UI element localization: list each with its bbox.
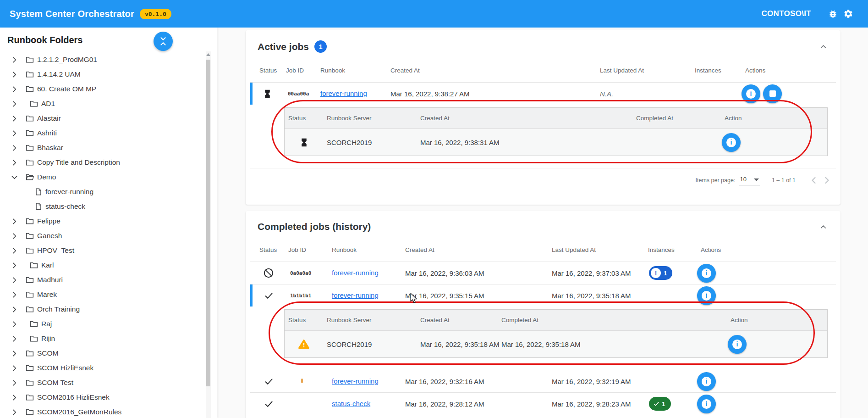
chevron-right-icon[interactable] xyxy=(10,349,19,358)
chevron-right-icon[interactable] xyxy=(10,217,19,226)
tree-item-label: SCOM xyxy=(37,349,59,357)
chevron-right-icon[interactable] xyxy=(10,305,19,314)
chevron-right-icon[interactable] xyxy=(10,246,19,255)
job-row[interactable]: 1b1b1b1forever-runningMar 16, 2022, 9:35… xyxy=(250,284,836,307)
job-details-button[interactable]: i xyxy=(722,133,741,152)
instance-created-at: Mar 16, 2022, 9:38:31 AM xyxy=(417,139,632,146)
chevron-right-icon[interactable] xyxy=(10,334,19,343)
sidebar-folder-raj[interactable]: Raj xyxy=(0,317,217,331)
chevron-right-icon[interactable] xyxy=(10,56,19,64)
status-cell xyxy=(253,268,285,279)
sidebar-folder-scom-hizliesnek[interactable]: SCOM HizliEsnek xyxy=(0,361,217,375)
subtable-column-header: Completed At xyxy=(632,115,721,122)
sidebar-folder-bhaskar[interactable]: Bhaskar xyxy=(0,140,217,155)
bug-icon[interactable] xyxy=(825,6,841,22)
instances-badge[interactable]: 1 xyxy=(649,397,671,411)
job-details-button[interactable]: i xyxy=(697,395,716,413)
blocked-icon xyxy=(263,268,274,279)
created-at: Mar 16, 2022, 9:38:27 AM xyxy=(387,90,596,98)
job-row[interactable]: 0a0a0a0forever-runningMar 16, 2022, 9:36… xyxy=(250,262,836,284)
collapse-section-icon[interactable] xyxy=(819,223,829,231)
sidebar-folder-marek[interactable]: Marek xyxy=(0,287,217,302)
sidebar-scrollbar[interactable] xyxy=(206,51,211,418)
next-page-button[interactable] xyxy=(820,175,833,186)
status-cell xyxy=(253,399,285,409)
chevron-right-icon[interactable] xyxy=(10,276,19,284)
chevron-right-icon[interactable] xyxy=(10,129,19,138)
stop-job-button[interactable] xyxy=(763,84,782,103)
sidebar-folder-scom[interactable]: SCOM xyxy=(0,346,217,361)
info-icon: i xyxy=(702,268,711,278)
chevron-right-icon[interactable] xyxy=(10,114,19,123)
runbook-link[interactable]: forever-running xyxy=(332,377,379,385)
sidebar-folder-scom2016-hizliesnek[interactable]: SCOM2016 HizliEsnek xyxy=(0,390,217,405)
sidebar-runbook-forever-running[interactable]: forever-running xyxy=(0,184,217,199)
tree-item-label: status-check xyxy=(45,202,85,211)
sidebar-folder-ganesh[interactable]: Ganesh xyxy=(0,229,217,243)
active-jobs-header: Active jobs 1 xyxy=(246,30,841,55)
content-area: Runbook Folders 1.2.1.2_ProdMG011.4.14.2… xyxy=(0,28,868,418)
sidebar-folder-scom2016-getmonrules[interactable]: SCOM2016_GetMonRules xyxy=(0,405,217,418)
info-icon: i xyxy=(732,340,742,349)
sidebar-folder-orch-training[interactable]: Orch Training xyxy=(0,302,217,317)
sidebar: Runbook Folders 1.2.1.2_ProdMG011.4.14.2… xyxy=(0,28,217,418)
job-row[interactable]: status-checkMar 16, 2022, 9:28:12 AMMar … xyxy=(250,393,836,415)
sidebar-folder-felippe[interactable]: Felippe xyxy=(0,214,217,229)
scrollbar-up-arrow-icon[interactable] xyxy=(206,51,211,57)
info-icon: i xyxy=(702,377,711,386)
gear-icon[interactable] xyxy=(841,6,856,22)
chevron-right-icon[interactable] xyxy=(10,393,19,402)
chevron-right-icon[interactable] xyxy=(10,144,19,152)
chevron-right-icon[interactable] xyxy=(10,232,19,240)
sidebar-folder-demo[interactable]: Demo xyxy=(0,170,217,184)
sidebar-folder-ashriti[interactable]: Ashriti xyxy=(0,126,217,140)
chevron-right-icon[interactable] xyxy=(10,320,19,329)
job-row[interactable]: 00aa00aforever-runningMar 16, 2022, 9:38… xyxy=(250,83,836,105)
runbook-link[interactable]: forever-running xyxy=(332,291,379,299)
chevron-right-icon[interactable] xyxy=(10,100,19,108)
chevron-right-icon[interactable] xyxy=(10,408,19,417)
version-badge: v0.1.0 xyxy=(140,9,171,19)
sidebar-folder-rijin[interactable]: Rijin xyxy=(0,331,217,346)
column-header: Runbook xyxy=(317,67,387,74)
tree-item-label: SCOM2016 HizliEsnek xyxy=(37,393,110,401)
job-details-button[interactable]: i xyxy=(697,286,716,305)
job-details-button[interactable]: i xyxy=(697,264,716,283)
sidebar-runbook-status-check[interactable]: status-check xyxy=(0,199,217,214)
chevron-right-icon[interactable] xyxy=(10,158,19,167)
job-details-button[interactable]: i xyxy=(728,335,747,354)
scrollbar-thumb[interactable] xyxy=(206,60,210,386)
chevron-right-icon[interactable] xyxy=(10,364,19,373)
sidebar-folder-karl[interactable]: Karl xyxy=(0,258,217,273)
sidebar-folder-1-4-14-2-uam[interactable]: 1.4.14.2 UAM xyxy=(0,67,217,82)
chevron-right-icon[interactable] xyxy=(10,70,19,79)
sidebar-folder-1-2-1-2-prodmg01[interactable]: 1.2.1.2_ProdMG01 xyxy=(0,52,217,67)
job-details-button[interactable]: i xyxy=(742,84,760,103)
folder-icon xyxy=(25,158,34,167)
sidebar-folder-madhuri[interactable]: Madhuri xyxy=(0,273,217,287)
job-details-button[interactable]: i xyxy=(697,372,716,391)
collapse-all-button[interactable] xyxy=(154,32,173,51)
chevron-right-icon[interactable] xyxy=(10,85,19,94)
sidebar-folder-alastair[interactable]: Alastair xyxy=(0,111,217,126)
job-row[interactable]: forever-runningMar 16, 2022, 9:32:16 AMM… xyxy=(250,370,836,392)
runbook-link[interactable]: forever-running xyxy=(320,89,367,97)
page-size-select[interactable]: 10 xyxy=(739,176,759,185)
runbook-link[interactable]: forever-running xyxy=(332,269,379,277)
sidebar-folder-hpov-test[interactable]: HPOV_Test xyxy=(0,243,217,258)
instances-badge[interactable]: !1 xyxy=(649,266,672,280)
folder-icon xyxy=(25,246,34,255)
previous-page-button[interactable] xyxy=(808,175,820,186)
chevron-right-icon[interactable] xyxy=(10,261,19,270)
runbook-link[interactable]: status-check xyxy=(332,400,370,407)
chevron-right-icon[interactable] xyxy=(10,379,19,387)
tree-item-label: Alastair xyxy=(37,114,61,123)
hourglass-icon xyxy=(263,89,272,99)
sidebar-folder-copy-title-and-description[interactable]: Copy Title and Description xyxy=(0,155,217,170)
chevron-down-icon[interactable] xyxy=(10,173,19,182)
sidebar-folder-60-create-om-mp[interactable]: 60. Create OM MP xyxy=(0,82,217,96)
sidebar-folder-ad1[interactable]: AD1 xyxy=(0,96,217,111)
sidebar-folder-scom-test[interactable]: SCOM Test xyxy=(0,375,217,390)
chevron-right-icon[interactable] xyxy=(10,290,19,299)
collapse-section-icon[interactable] xyxy=(819,42,829,51)
